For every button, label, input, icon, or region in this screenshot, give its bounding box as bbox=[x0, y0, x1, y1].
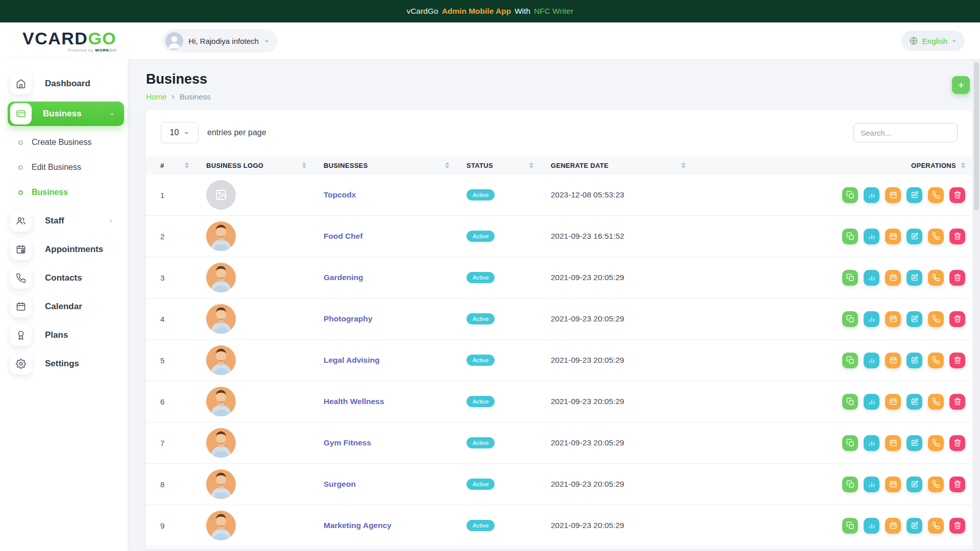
sort-icon[interactable] bbox=[961, 162, 965, 168]
analytics-button[interactable] bbox=[864, 187, 879, 203]
analytics-button[interactable] bbox=[864, 477, 879, 492]
sidebar-subitem-business[interactable]: Business bbox=[0, 182, 128, 203]
contact-button[interactable] bbox=[928, 270, 944, 286]
contact-button[interactable] bbox=[928, 394, 944, 410]
add-business-button[interactable] bbox=[952, 76, 970, 94]
appointment-button[interactable] bbox=[885, 394, 901, 410]
edit-button[interactable] bbox=[906, 477, 922, 492]
sort-icon[interactable] bbox=[302, 162, 306, 168]
sidebar-item-plans[interactable]: Plans bbox=[10, 324, 128, 346]
edit-button[interactable] bbox=[906, 229, 922, 244]
business-link[interactable]: Topcodx bbox=[324, 190, 356, 199]
table-row: 4 Photography Active 2021-09-23 20:05:29 bbox=[146, 298, 972, 340]
business-link[interactable]: Health Wellness bbox=[324, 397, 384, 406]
appointment-button[interactable] bbox=[885, 187, 901, 203]
column-header-business-logo[interactable]: BUSINESS LOGO bbox=[206, 162, 324, 169]
user-menu[interactable]: Hi, Rajodiya infotech bbox=[162, 29, 278, 53]
page-scrollbar[interactable] bbox=[973, 59, 980, 551]
delete-button[interactable] bbox=[949, 394, 965, 410]
sort-icon[interactable] bbox=[445, 162, 449, 168]
duplicate-button[interactable] bbox=[842, 311, 858, 327]
sidebar-item-staff[interactable]: Staff bbox=[10, 210, 128, 232]
business-link[interactable]: Food Chef bbox=[324, 232, 363, 240]
contact-button[interactable] bbox=[928, 477, 944, 492]
business-link[interactable]: Marketing Agency bbox=[324, 521, 391, 530]
edit-button[interactable] bbox=[906, 518, 922, 534]
analytics-button[interactable] bbox=[864, 435, 879, 451]
column-header-businesses[interactable]: BUSINESSES bbox=[324, 162, 467, 169]
column-header-operations[interactable]: OPERATIONS bbox=[694, 162, 972, 169]
business-link[interactable]: Gardening bbox=[324, 273, 363, 282]
contact-button[interactable] bbox=[928, 435, 944, 451]
contact-button[interactable] bbox=[928, 229, 944, 244]
sidebar-item-dashboard[interactable]: Dashboard bbox=[10, 73, 128, 94]
edit-button[interactable] bbox=[906, 394, 922, 410]
sort-icon[interactable] bbox=[185, 162, 189, 168]
language-selector[interactable]: English bbox=[901, 31, 965, 51]
appointment-button[interactable] bbox=[885, 435, 901, 451]
appointment-button[interactable] bbox=[885, 353, 901, 368]
edit-button[interactable] bbox=[906, 311, 922, 327]
scrollbar-thumb[interactable] bbox=[974, 62, 979, 210]
sort-icon[interactable] bbox=[681, 162, 685, 168]
sidebar-item-business[interactable]: Business bbox=[8, 102, 124, 126]
sidebar-item-appointments[interactable]: Appointments bbox=[10, 239, 128, 260]
duplicate-button[interactable] bbox=[842, 518, 858, 534]
analytics-button[interactable] bbox=[864, 353, 879, 368]
phone-icon bbox=[932, 397, 940, 406]
column-header-generate-date[interactable]: GENERATE DATE bbox=[551, 162, 694, 169]
sidebar-item-settings[interactable]: Settings bbox=[10, 353, 128, 374]
analytics-button[interactable] bbox=[864, 229, 879, 244]
sidebar-item-contacts[interactable]: Contacts bbox=[10, 267, 128, 289]
sidebar-subitem-create-business[interactable]: Create Business bbox=[0, 132, 128, 153]
delete-button[interactable] bbox=[949, 187, 965, 203]
analytics-button[interactable] bbox=[864, 394, 879, 410]
duplicate-button[interactable] bbox=[842, 270, 858, 286]
calendar-icon bbox=[889, 397, 897, 406]
delete-button[interactable] bbox=[949, 518, 965, 534]
business-link[interactable]: Surgeon bbox=[324, 480, 356, 488]
duplicate-button[interactable] bbox=[842, 187, 858, 203]
breadcrumb-home-link[interactable]: Home bbox=[146, 92, 166, 101]
edit-button[interactable] bbox=[906, 353, 922, 368]
contact-button[interactable] bbox=[928, 311, 944, 327]
analytics-button[interactable] bbox=[864, 311, 879, 327]
sidebar-subitem-edit-business[interactable]: Edit Business bbox=[0, 157, 128, 178]
search-input[interactable] bbox=[853, 123, 958, 142]
brand-logo[interactable]: VCARDGO Powered by WORKDO bbox=[22, 30, 116, 53]
contact-button[interactable] bbox=[928, 353, 944, 368]
edit-button[interactable] bbox=[906, 435, 922, 451]
business-link[interactable]: Photography bbox=[324, 314, 373, 323]
edit-button[interactable] bbox=[906, 187, 922, 203]
entries-per-page-select[interactable]: 10 bbox=[161, 122, 199, 143]
duplicate-button[interactable] bbox=[842, 477, 858, 492]
analytics-button[interactable] bbox=[864, 270, 879, 286]
delete-button[interactable] bbox=[949, 477, 965, 492]
business-link[interactable]: Legal Advising bbox=[324, 356, 380, 364]
contact-button[interactable] bbox=[928, 187, 944, 203]
appointment-button[interactable] bbox=[885, 270, 901, 286]
sort-icon[interactable] bbox=[529, 162, 533, 168]
duplicate-button[interactable] bbox=[842, 435, 858, 451]
column-header-status[interactable]: STATUS bbox=[467, 162, 551, 169]
appointment-button[interactable] bbox=[885, 311, 901, 327]
appointment-button[interactable] bbox=[885, 518, 901, 534]
duplicate-button[interactable] bbox=[842, 229, 858, 244]
row-number: 1 bbox=[160, 191, 206, 199]
appointment-button[interactable] bbox=[885, 477, 901, 492]
language-label: English bbox=[922, 37, 947, 45]
appointment-button[interactable] bbox=[885, 229, 901, 244]
duplicate-button[interactable] bbox=[842, 353, 858, 368]
delete-button[interactable] bbox=[949, 270, 965, 286]
delete-button[interactable] bbox=[949, 229, 965, 244]
delete-button[interactable] bbox=[949, 435, 965, 451]
delete-button[interactable] bbox=[949, 311, 965, 327]
business-link[interactable]: Gym Fitness bbox=[324, 438, 371, 447]
sidebar-item-calendar[interactable]: Calendar bbox=[10, 296, 128, 317]
analytics-button[interactable] bbox=[864, 518, 879, 534]
edit-button[interactable] bbox=[906, 270, 922, 286]
delete-button[interactable] bbox=[949, 353, 965, 368]
column-header-num[interactable]: # bbox=[160, 162, 206, 169]
contact-button[interactable] bbox=[928, 518, 944, 534]
duplicate-button[interactable] bbox=[842, 394, 858, 410]
